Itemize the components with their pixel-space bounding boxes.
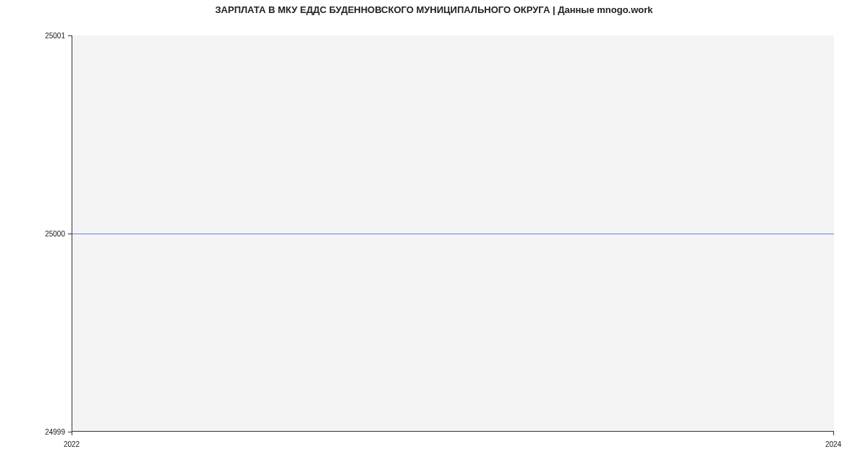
y-tick [68, 35, 72, 36]
x-tick-label: 2022 [64, 440, 80, 448]
data-line [72, 234, 834, 234]
chart-title: ЗАРПЛАТА В МКУ ЕДДС БУДЕННОВСКОГО МУНИЦИ… [0, 4, 868, 15]
x-tick [833, 432, 834, 435]
y-tick-label: 25000 [38, 230, 65, 238]
x-tick-label: 2024 [825, 440, 841, 448]
plot-area [72, 35, 834, 432]
y-tick-label: 24999 [38, 428, 65, 436]
y-tick-label: 25001 [38, 32, 65, 40]
x-tick [72, 432, 72, 435]
y-tick [68, 234, 72, 234]
